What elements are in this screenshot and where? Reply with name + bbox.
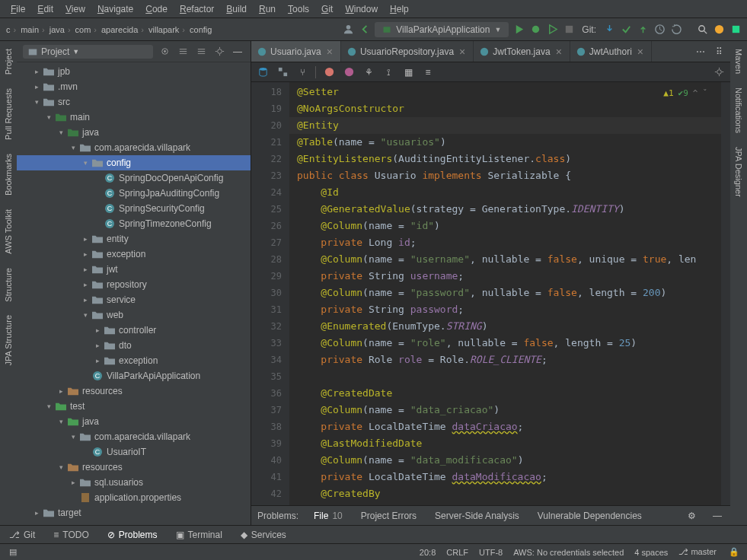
crumb-com[interactable]: com [74, 25, 98, 34]
code-line-33[interactable]: @Column(name = "role", nullable = false,… [289, 335, 721, 352]
references-icon[interactable]: ⑂ [295, 65, 309, 79]
editor-tab-usuariorepository-java[interactable]: UsuarioRepository.java× [341, 41, 474, 62]
tree-item-sql-usuarios[interactable]: ▸sql.usuarios [17, 475, 251, 490]
tree-item-springtimezoneconfig[interactable]: CSpringTimezoneConfig [17, 216, 251, 231]
tree-item-springjpaauditingconfig[interactable]: CSpringJpaAuditingConfig [17, 186, 251, 201]
tool-aws-toolkit[interactable]: AWS Toolkit [4, 206, 13, 257]
code-line-21[interactable]: @Table(name = "usuarios") [289, 134, 721, 151]
menu-navigate[interactable]: Navigate [93, 2, 138, 16]
tree-item-resources[interactable]: ▸resources [17, 383, 251, 399]
git-rollback-icon[interactable] [669, 23, 683, 37]
coverage-icon[interactable] [545, 23, 559, 37]
ide-icon[interactable] [712, 23, 726, 37]
tree-item-main[interactable]: ▾main [17, 110, 251, 125]
search-everywhere-icon[interactable] [695, 23, 709, 37]
problems-vuln-tab[interactable]: Vulnerable Dependencies [535, 509, 645, 523]
code-line-36[interactable]: @CreatedDate [289, 385, 721, 402]
tool-pull-requests[interactable]: Pull Requests [4, 85, 13, 143]
todo-tool[interactable]: ≡ TODO [50, 528, 91, 542]
tree-item-exception[interactable]: ▸exception [17, 353, 251, 368]
tool-structure[interactable]: Structure [4, 265, 13, 305]
code-line-18[interactable]: @Setter [289, 84, 721, 100]
editor-tab-usuario-java[interactable]: Usuario.java× [251, 41, 341, 62]
menu-refactor[interactable]: Refactor [175, 2, 219, 16]
select-opened-icon[interactable] [158, 45, 171, 59]
crumb-config[interactable]: config [188, 25, 216, 34]
menu-file[interactable]: File [6, 2, 30, 16]
crumb-aparecida[interactable]: aparecida [100, 25, 145, 34]
tool-notifications[interactable]: Notifications [734, 84, 743, 136]
close-icon[interactable]: × [325, 46, 334, 58]
debug-icon[interactable] [528, 23, 542, 37]
close-icon[interactable]: × [554, 46, 563, 58]
code-line-23[interactable]: public class Usuario implements Serializ… [289, 167, 721, 184]
editor-body[interactable]: 1819202122232425262728293031323334353637… [251, 82, 730, 505]
code-line-31[interactable]: private String password; [289, 301, 721, 318]
code-content[interactable]: ▲1 ✔9 ^ ˇ @Setter@NoArgsConstructor@Enti… [289, 82, 721, 505]
endpoints-icon[interactable]: ⟟ [381, 65, 395, 79]
tree-item-exception[interactable]: ▸exception [17, 247, 251, 262]
tool-jpa-structure[interactable]: JPA Structure [4, 312, 13, 368]
status-branch[interactable]: ⎇ master [678, 547, 717, 557]
problems-tool[interactable]: ⊘ Problems [104, 528, 161, 542]
code-line-20[interactable]: @Entity [289, 117, 721, 134]
status-cursor[interactable]: 20:8 [420, 548, 436, 557]
status-menu-icon[interactable]: ▤ [6, 546, 20, 559]
bean-icon[interactable]: ⚘ [362, 65, 375, 79]
code-line-24[interactable]: @Id [289, 184, 721, 201]
toolbox-icon[interactable] [729, 23, 742, 37]
code-line-34[interactable]: private Role role = Role.ROLE_CLIENTE; [289, 352, 721, 368]
tree-item-test[interactable]: ▾test [17, 399, 251, 414]
crumb-villapark[interactable]: villapark [147, 25, 187, 34]
tree-item-target[interactable]: ▸target [17, 505, 251, 520]
code-line-29[interactable]: private String username; [289, 268, 721, 285]
scroll-overview[interactable] [721, 82, 730, 505]
actuator-icon[interactable]: ▦ [401, 65, 415, 79]
menu-tools[interactable]: Tools [283, 2, 314, 16]
profiles-icon[interactable]: ≡ [421, 65, 435, 79]
git-tool[interactable]: ⎇ Git [6, 528, 38, 542]
tree-item-config[interactable]: ▾config [17, 155, 251, 170]
tool-jpa-designer[interactable]: JPA Designer [734, 144, 743, 200]
code-line-39[interactable]: @LastModifiedDate [289, 435, 721, 452]
menu-edit[interactable]: Edit [33, 2, 58, 16]
git-update-icon[interactable] [602, 23, 616, 37]
problems-settings-icon[interactable]: ⚙ [685, 509, 698, 523]
crumb-c[interactable]: c [5, 25, 18, 34]
tree-item-jpb[interactable]: ▸jpb [17, 64, 251, 79]
db-icon[interactable] [256, 65, 270, 79]
status-aws[interactable]: AWS: No credentials selected [513, 548, 624, 557]
services-tool[interactable]: ◆ Services [238, 528, 289, 542]
settings-icon[interactable] [212, 45, 226, 59]
close-icon[interactable]: × [636, 46, 645, 58]
crumb-java[interactable]: java [48, 25, 72, 34]
hide-icon[interactable]: — [231, 45, 244, 59]
tree-item-usuarioit[interactable]: CUsuarioIT [17, 444, 251, 460]
back-icon[interactable] [358, 23, 372, 37]
menu-git[interactable]: Git [317, 2, 337, 16]
tool-project[interactable]: Project [4, 46, 13, 78]
editor-tab-jwttoken-java[interactable]: JwtToken.java× [474, 41, 570, 62]
tree-item-springsecurityconfig[interactable]: CSpringSecurityConfig [17, 201, 251, 216]
tree-item-web[interactable]: ▾web [17, 307, 251, 323]
menu-code[interactable]: Code [141, 2, 172, 16]
expand-all-icon[interactable] [176, 45, 190, 59]
code-line-32[interactable]: @Enumerated(EnumType.STRING) [289, 318, 721, 335]
tree-item-jwt[interactable]: ▸jwt [17, 262, 251, 277]
problems-file-tab[interactable]: File 10 [311, 509, 346, 523]
tree-item-java[interactable]: ▾java [17, 414, 251, 429]
project-tree[interactable]: ▸jpb▸.mvn▾src▾main▾java▾com.aparecida.vi… [17, 62, 251, 525]
menu-help[interactable]: Help [385, 2, 413, 16]
tree-item-resources[interactable]: ▾resources [17, 460, 251, 475]
problems-server-tab[interactable]: Server-Side Analysis [432, 509, 522, 523]
menu-window[interactable]: Window [340, 2, 382, 16]
git-history-icon[interactable] [653, 23, 666, 37]
tool-bookmarks[interactable]: Bookmarks [4, 151, 13, 199]
close-icon[interactable]: × [458, 46, 467, 58]
tree-item--mvn[interactable]: ▸.mvn [17, 79, 251, 94]
menu-build[interactable]: Build [222, 2, 251, 16]
code-line-41[interactable]: private LocalDateTime dataModificacao; [289, 469, 721, 485]
status-indent[interactable]: 4 spaces [634, 548, 668, 557]
code-line-28[interactable]: @Column(name = "username", nullable = fa… [289, 251, 721, 268]
code-line-25[interactable]: @GeneratedValue(strategy = GenerationTyp… [289, 201, 721, 218]
